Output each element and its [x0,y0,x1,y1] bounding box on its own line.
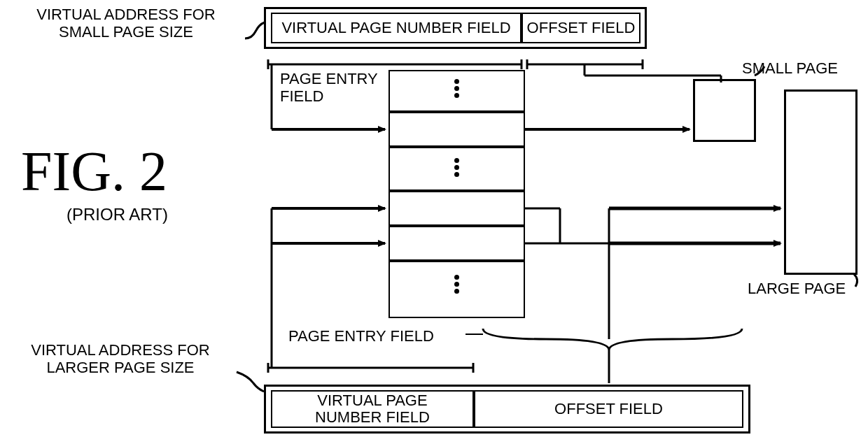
label-va-large: VIRTUAL ADDRESS FOR LARGER PAGE SIZE [1,341,239,377]
top-offset-text: OFFSET FIELD [527,19,636,37]
dots-icon [453,273,460,296]
page-table-row [388,226,525,261]
top-vpn-text: VIRTUAL PAGE NUMBER FIELD [281,19,510,37]
page-table-row [388,112,525,147]
top-offset-cell: OFFSET FIELD [522,13,640,43]
dots-icon [453,156,460,179]
figure-subtitle: (PRIOR ART) [66,205,168,224]
label-small-page: SMALL PAGE [742,59,861,77]
bottom-offset-cell: OFFSET FIELD [474,390,743,428]
dots-icon [453,77,460,100]
label-large-page: LARGE PAGE [748,280,860,297]
page-table-row [388,191,525,226]
bottom-vpn-cell: VIRTUAL PAGE NUMBER FIELD [271,390,474,428]
label-va-small: VIRTUAL ADDRESS FOR SMALL PAGE SIZE [7,6,245,41]
large-page-box [784,89,858,275]
top-vpn-cell: VIRTUAL PAGE NUMBER FIELD [271,13,522,43]
small-page-box [693,79,756,142]
figure-title: FIG. 2 [21,140,167,203]
bottom-offset-text: OFFSET FIELD [554,400,663,418]
label-page-entry-bottom: PAGE ENTRY FIELD [288,327,470,345]
label-page-entry-top: PAGE ENTRY FIELD [280,70,392,106]
bottom-vpn-text: VIRTUAL PAGE NUMBER FIELD [315,392,430,426]
